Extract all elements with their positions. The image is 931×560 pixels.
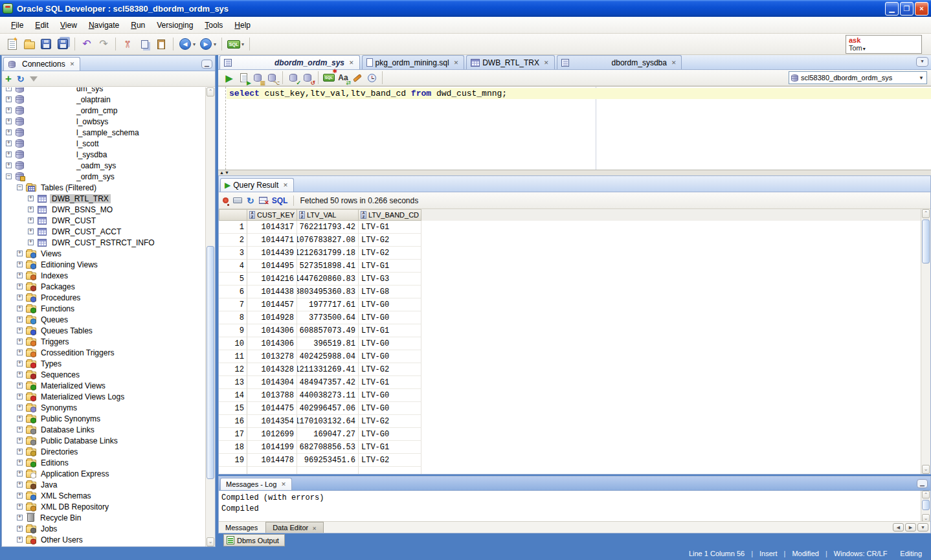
editor-result-splitter[interactable]: ▲▼ — [218, 170, 931, 175]
expander-expand-icon[interactable]: + — [17, 537, 23, 543]
tree-item-dm-sys[interactable]: +dm_sys — [2, 87, 205, 94]
menu-navigate[interactable]: Navigate — [83, 19, 125, 32]
table-row[interactable]: 710144571977717.61LTV-G0 — [219, 298, 921, 311]
row-number-cell[interactable]: 17 — [219, 428, 247, 441]
menu-file[interactable]: File — [5, 19, 29, 32]
column-header-ltv_band_cd[interactable]: AZLTV_BAND_CD — [359, 209, 421, 221]
tree-item-views[interactable]: +Views — [2, 248, 205, 259]
tree-item-dwr-bsns-mo[interactable]: +DWR_BSNS_MO — [2, 204, 205, 215]
connection-selector-dropdown-icon[interactable]: ▼ — [919, 75, 924, 81]
data-cell[interactable]: 402996457.06 — [297, 402, 359, 415]
save-all-icon[interactable] — [55, 36, 71, 52]
row-number-cell[interactable]: 14 — [219, 389, 247, 402]
data-cell[interactable]: LTV-G1 — [359, 260, 421, 273]
editor-tab-close-icon[interactable]: ✕ — [544, 60, 549, 66]
expander-expand-icon[interactable]: + — [6, 107, 12, 113]
expander-expand-icon[interactable]: + — [17, 515, 23, 521]
data-cell[interactable]: 396519.81 — [297, 337, 359, 350]
data-cell[interactable]: 1014199 — [247, 441, 297, 454]
tree-item-tables-filtered-[interactable]: −Tables (Filtered) — [2, 182, 205, 193]
expander-expand-icon[interactable]: + — [17, 394, 23, 399]
redo-icon[interactable]: ↷ — [96, 36, 111, 52]
data-cell[interactable]: 1014354 — [247, 415, 297, 428]
tree-item-materialized-views[interactable]: +Materialized Views — [2, 380, 205, 391]
expander-expand-icon[interactable]: + — [6, 87, 12, 91]
data-cell[interactable]: 1014306 — [247, 324, 297, 337]
tabs-scroll-left-icon[interactable]: ◀ — [893, 523, 904, 532]
case-toggle-icon[interactable]: Aa⇄ — [336, 71, 350, 84]
data-editor-tab-close-icon[interactable]: ✕ — [312, 526, 317, 532]
forward-icon[interactable]: ▶ — [198, 36, 214, 52]
tree-item-functions[interactable]: +Functions — [2, 303, 205, 314]
tree-item--ordm-sys[interactable]: −_ordm_sys — [2, 171, 205, 182]
open-file-icon[interactable] — [21, 36, 37, 52]
pin-icon[interactable] — [223, 197, 229, 203]
data-cell[interactable]: 1014328 — [247, 363, 297, 376]
table-row[interactable]: 191014478969253451.6LTV-G2 — [219, 454, 921, 467]
table-row[interactable]: 91014306608857073.49LTV-G1 — [219, 324, 921, 337]
tree-item-triggers[interactable]: +Triggers — [2, 336, 205, 347]
data-cell[interactable]: LTV-G0 — [359, 298, 421, 311]
table-row[interactable]: 171012699169047.27LTV-G0 — [219, 428, 921, 441]
data-cell[interactable]: 762211793.42 — [297, 221, 359, 234]
refresh-connections-icon[interactable]: ↻ — [17, 74, 25, 84]
data-cell[interactable]: 1014457 — [247, 298, 297, 311]
data-cell[interactable]: 1014495 — [247, 260, 297, 273]
row-number-cell[interactable]: 2 — [219, 234, 247, 247]
data-cell[interactable]: 1447620860.83 — [297, 273, 359, 286]
tree-scrollbar[interactable]: ⌃ ⌄ — [205, 87, 215, 546]
tabs-list-dropdown-icon[interactable]: ▼ — [917, 523, 928, 532]
sort-icon[interactable]: AZ — [299, 211, 305, 219]
unshared-worksheet-icon[interactable]: SQL✱ — [322, 71, 336, 84]
tree-item-public-database-links[interactable]: +Public Database Links — [2, 435, 205, 446]
tab-messages[interactable]: Messages — [219, 522, 264, 533]
messages-minimize-icon[interactable]: ▁ — [917, 479, 928, 488]
tree-item-database-links[interactable]: +Database Links — [2, 424, 205, 435]
data-cell[interactable]: 1977717.61 — [297, 298, 359, 311]
run-script-icon[interactable]: ▶ — [236, 71, 251, 84]
data-cell[interactable]: 440038273.11 — [297, 389, 359, 402]
data-cell[interactable]: 484947357.42 — [297, 376, 359, 389]
data-cell[interactable]: 1014216 — [247, 273, 297, 286]
expander-expand-icon[interactable]: + — [17, 328, 23, 333]
data-cell[interactable]: 1014439 — [247, 247, 297, 260]
expander-expand-icon[interactable]: + — [17, 295, 23, 300]
sql-view-button[interactable]: SQL — [272, 196, 288, 205]
tree-item-materialized-views-logs[interactable]: +Materialized Views Logs — [2, 391, 205, 402]
editor-tab-DWB_RTL_TRX[interactable]: DWB_RTL_TRX✕ — [466, 55, 554, 69]
data-cell[interactable]: LTV-G0 — [359, 389, 421, 402]
expander-expand-icon[interactable]: + — [17, 504, 23, 510]
tree-item-dwr-cust-acct[interactable]: +DWR_CUST_ACCT — [2, 226, 205, 237]
tab-dbms-output[interactable]: Dbms Output — [223, 534, 285, 546]
table-row[interactable]: 151014475402996457.06LTV-G0 — [219, 402, 921, 415]
tree-item-xml-schemas[interactable]: +XML Schemas — [2, 490, 205, 501]
data-cell[interactable]: LTV-G2 — [359, 247, 421, 260]
data-cell[interactable]: 1014471 — [247, 234, 297, 247]
grid-scroll-down-icon[interactable]: ⌄ — [922, 465, 930, 474]
expander-expand-icon[interactable]: + — [28, 229, 34, 234]
data-cell[interactable]: LTV-G0 — [359, 311, 421, 324]
row-number-cell[interactable]: 12 — [219, 363, 247, 376]
tree-item-l-owbsys[interactable]: +l_owbsys — [2, 116, 205, 127]
tree-item-dwr-cust[interactable]: +DWR_CUST — [2, 215, 205, 226]
run-statement-icon[interactable]: ▶ — [222, 71, 236, 84]
connections-minimize-icon[interactable]: ▁ — [201, 60, 212, 69]
print-icon[interactable] — [233, 197, 242, 203]
new-file-icon[interactable] — [5, 36, 20, 52]
tree-item-crossedition-triggers[interactable]: +Crossedition Triggers — [2, 347, 205, 358]
tree-item-directories[interactable]: +Directories — [2, 446, 205, 457]
row-number-cell[interactable]: 5 — [219, 273, 247, 286]
table-row[interactable]: 1610143541170103132.64LTV-G2 — [219, 415, 921, 428]
tab-messages-log[interactable]: Messages - Log ✕ — [220, 478, 292, 490]
sql-editor[interactable]: select cust_key,ltv_val,ltv_band_cd from… — [218, 86, 931, 170]
table-row[interactable]: 610144383803495360.83LTV-G8 — [219, 286, 921, 298]
tree-item-queues[interactable]: +Queues — [2, 314, 205, 325]
explain-plan-icon[interactable]: ⌥ — [265, 71, 279, 84]
add-connection-icon[interactable]: + — [5, 73, 12, 84]
forward-dropdown-icon[interactable]: ▾ — [214, 41, 216, 47]
row-number-cell[interactable]: 8 — [219, 311, 247, 324]
data-cell[interactable]: 1014306 — [247, 337, 297, 350]
messages-scroll-thumb[interactable] — [922, 500, 930, 510]
save-icon[interactable] — [38, 36, 54, 52]
sort-icon[interactable]: AZ — [361, 211, 366, 219]
